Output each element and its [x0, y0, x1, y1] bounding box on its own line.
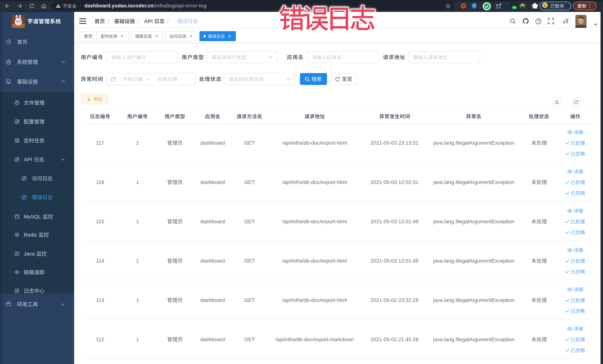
svg-text:T: T: [565, 18, 569, 24]
svg-text:on: on: [513, 6, 516, 9]
